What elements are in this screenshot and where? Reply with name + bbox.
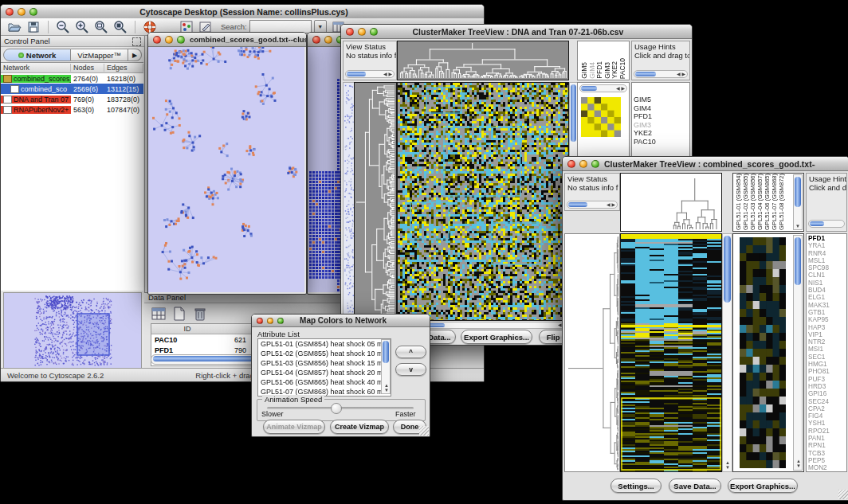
net1-titlebar[interactable]: combined_scores_good.txt--cluste...	[148, 33, 306, 47]
attribute-listbox[interactable]: GPL51-01 (GSM854) heat shock 05 minGPL51…	[257, 338, 391, 397]
network-table-row[interactable]: combined_scores_ 2764(0) 16218(0)	[1, 73, 143, 84]
scroll-arrows-icon[interactable]: ◀ ▶	[677, 72, 685, 76]
scroll-arrows-icon[interactable]: ▲▼	[724, 460, 731, 470]
close-button[interactable]	[6, 8, 14, 16]
gene-label[interactable]: PFD1	[807, 235, 846, 242]
gene-label[interactable]: MAK31	[807, 302, 846, 309]
tree1-row-dendrogram-canvas[interactable]	[355, 83, 396, 320]
tree1-top-dendrogram-canvas[interactable]	[398, 41, 568, 80]
tree2-heatmap-canvas[interactable]	[621, 234, 721, 471]
scroll-arrows-icon[interactable]: ◀ ▶	[383, 72, 392, 76]
gene-label[interactable]: VIP1	[807, 331, 846, 338]
attribute-list-item[interactable]: GPL51-04 (GSM857) heat shock 20 min	[258, 368, 391, 377]
minimize-button[interactable]	[18, 8, 26, 16]
gene-label[interactable]: SEC24	[807, 398, 846, 405]
tree2-row-dendrogram-canvas[interactable]	[565, 234, 619, 471]
gene-label[interactable]: GPI16	[807, 390, 846, 397]
network-table-row[interactable]: RNAPuberNov2+ 563(0) 107847(0)	[1, 104, 143, 115]
gene-label[interactable]: PHO81	[807, 368, 846, 375]
open-file-icon[interactable]	[7, 20, 22, 34]
gene-label[interactable]: HAP3	[807, 324, 846, 331]
tree2-global-heatmap-canvas[interactable]	[740, 237, 786, 468]
attribute-list-item[interactable]: GPL51-03 (GSM856) heat shock 15 min	[258, 358, 391, 368]
tree2-top-dendrogram-canvas[interactable]	[621, 174, 721, 231]
gene-label[interactable]: HRD3	[807, 383, 846, 390]
gene-label[interactable]: MON2	[807, 464, 846, 471]
gene-label[interactable]: YKE2	[632, 129, 689, 138]
save-data-button[interactable]: Save Data...	[669, 479, 721, 493]
gene-label[interactable]: MSL1	[807, 257, 846, 264]
gene-label[interactable]: CLN1	[807, 272, 846, 279]
tree1-titlebar[interactable]: ClusterMaker TreeView : DNA and Tran 07-…	[341, 25, 692, 39]
create-vizmap-button[interactable]: Create Vizmap	[330, 420, 389, 434]
usage-hints-scrollbar[interactable]	[808, 220, 845, 228]
gene-label[interactable]: MSI1	[807, 346, 846, 353]
attribute-list-item[interactable]: GPL51-06 (GSM865) heat shock 40 min	[258, 377, 391, 387]
export-graphics-button[interactable]: Export Graphics...	[728, 479, 798, 493]
gene-label[interactable]: GIM3	[632, 121, 689, 130]
animation-speed-slider-thumb[interactable]	[331, 403, 342, 414]
minimize-button[interactable]	[579, 160, 587, 168]
select-attributes-icon[interactable]	[151, 306, 167, 322]
gene-label[interactable]: SPC98	[807, 264, 846, 272]
close-button[interactable]	[257, 318, 263, 324]
zoom-in-icon[interactable]	[75, 20, 89, 34]
network-table-row[interactable]: combined_sco 2569(6) 13112(15)	[1, 84, 143, 94]
minimize-button[interactable]	[324, 36, 332, 44]
zoom-selected-icon[interactable]	[113, 20, 128, 34]
tab-overflow-arrow[interactable]: ▶	[128, 49, 142, 61]
minimize-button[interactable]	[165, 36, 173, 44]
zoom-button[interactable]	[29, 8, 37, 16]
gene-label[interactable]: HMG1	[807, 361, 846, 368]
zoom-button[interactable]	[177, 36, 185, 44]
scroll-arrows-icon[interactable]: ◀ ▶	[607, 202, 615, 207]
gene-label[interactable]: CPA2	[807, 405, 846, 412]
view-status-scrollbar[interactable]: ◀ ▶	[567, 201, 618, 209]
network-canvas-1[interactable]	[148, 47, 304, 292]
network-overview-canvas[interactable]	[3, 292, 142, 369]
gene-label[interactable]: ELG1	[807, 294, 846, 301]
scroll-arrows-icon[interactable]: ◀ ▶	[616, 86, 625, 91]
network-table-row[interactable]: DNA and Tran 07 769(0) 183728(0)	[1, 94, 143, 104]
minimize-button[interactable]	[358, 28, 366, 36]
tree1-overview-strip-canvas[interactable]	[343, 82, 355, 321]
global-view-vscrollbar[interactable]: ▲▼	[793, 235, 803, 471]
tab-network[interactable]: Network	[3, 49, 71, 61]
zoom-button[interactable]	[591, 160, 599, 168]
gene-label[interactable]: PFD1	[632, 112, 689, 121]
new-attribute-icon[interactable]	[171, 306, 187, 322]
usage-hints-scrollbar[interactable]: ◀ ▶	[634, 70, 688, 78]
gene-label[interactable]: FIG4	[807, 412, 846, 420]
gene-label[interactable]: SEC1	[807, 354, 846, 361]
gene-label[interactable]: KAP95	[807, 316, 846, 323]
network-table-row[interactable]	[1, 115, 143, 125]
gene-label[interactable]: YSH1	[807, 420, 846, 427]
close-button[interactable]	[567, 160, 575, 168]
animate-vizmap-button[interactable]: Animate Vizmap	[263, 420, 325, 434]
minimize-button[interactable]	[267, 318, 273, 324]
zoom-button[interactable]	[370, 28, 378, 36]
gene-label[interactable]: GIM4	[632, 104, 689, 113]
tree2-titlebar[interactable]: ClusterMaker TreeView : combined_scores_…	[563, 157, 848, 171]
resize-grip[interactable]	[838, 490, 848, 499]
zoom-button[interactable]	[277, 318, 284, 324]
tree2-heatmap-vscrollbar[interactable]: ▲▼	[722, 233, 732, 472]
gene-label[interactable]: NTR2	[807, 338, 846, 346]
scroll-arrows-icon[interactable]: ▲▼	[383, 383, 390, 393]
main-titlebar[interactable]: Cytoscape Desktop (Session Name: collins…	[1, 5, 484, 19]
gene-label[interactable]: RPO21	[807, 428, 846, 435]
gene-label[interactable]: GIM5	[632, 96, 689, 104]
gene-label[interactable]: RPN1	[807, 442, 846, 449]
view-status-scrollbar[interactable]: ◀ ▶	[345, 70, 395, 78]
gene-label[interactable]: NIS1	[807, 279, 846, 287]
gene-label[interactable]: RNR4	[807, 250, 846, 257]
gene-label[interactable]: PUF3	[807, 376, 846, 383]
scroll-arrows-icon[interactable]: ▼	[795, 224, 800, 229]
labels-vscrollbar[interactable]: ▼	[793, 174, 803, 230]
gene-label[interactable]: BUD4	[807, 287, 846, 294]
gene-label[interactable]: TCB3	[807, 450, 846, 457]
attribute-list-item[interactable]: GPL51-01 (GSM854) heat shock 05 min	[258, 339, 391, 349]
tree1-heatmap-canvas[interactable]	[398, 83, 568, 320]
tree1-correlation-submatrix-canvas[interactable]	[581, 97, 621, 137]
settings-button[interactable]: Settings...	[610, 479, 662, 493]
